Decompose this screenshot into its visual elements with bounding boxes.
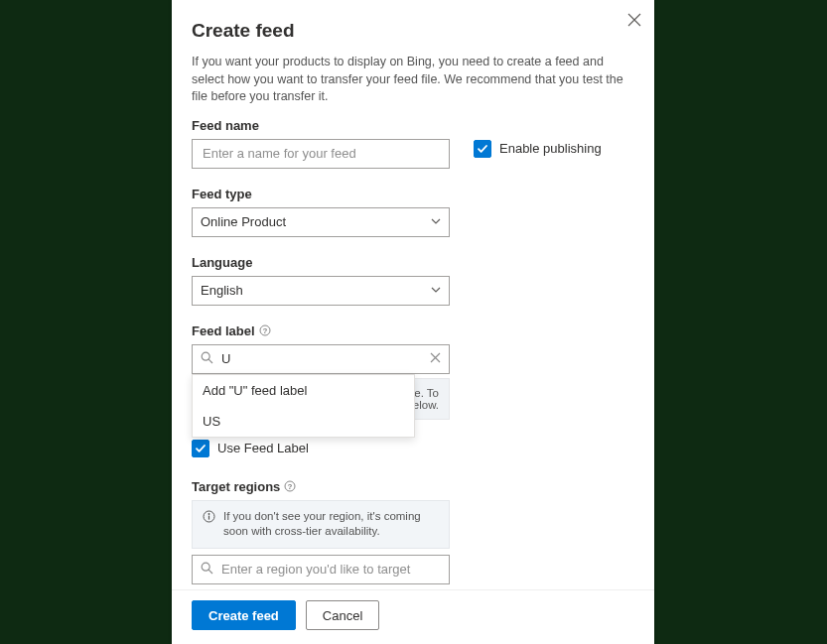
target-regions-info: If you don't see your region, it's comin… <box>192 500 450 549</box>
enable-publishing-label: Enable publishing <box>499 141 602 156</box>
panel-title: Create feed <box>192 20 634 42</box>
svg-point-6 <box>208 513 210 515</box>
feed-label-label: Feed label ? <box>192 323 634 338</box>
language-label: Language <box>192 255 634 270</box>
hint-line-1: e. To <box>414 387 439 399</box>
enable-publishing-checkbox[interactable] <box>474 140 491 158</box>
use-feed-label-label: Use Feed Label <box>217 441 309 455</box>
dropdown-match-option[interactable]: US <box>193 406 414 437</box>
hint-line-2: elow. <box>413 399 439 411</box>
feed-label-combobox[interactable] <box>192 344 450 374</box>
feed-label-text: Feed label <box>192 323 255 338</box>
panel-description: If you want your products to display on … <box>192 54 634 106</box>
clear-icon[interactable] <box>430 351 441 366</box>
chevron-down-icon <box>431 214 441 229</box>
cancel-button[interactable]: Cancel <box>306 600 379 630</box>
info-icon <box>203 510 215 540</box>
feed-name-label: Feed name <box>192 118 450 133</box>
svg-point-8 <box>202 563 209 571</box>
feed-label-input[interactable] <box>219 350 430 367</box>
svg-text:?: ? <box>262 326 267 335</box>
target-regions-label: Target regions ? <box>192 479 634 494</box>
target-regions-text: Target regions <box>192 479 280 494</box>
use-feed-label-checkbox[interactable] <box>192 440 209 457</box>
language-select[interactable]: English <box>192 276 450 306</box>
chevron-down-icon <box>431 283 441 298</box>
target-regions-info-text: If you don't see your region, it's comin… <box>223 509 439 540</box>
dropdown-add-option[interactable]: Add "U" feed label <box>193 375 414 406</box>
feed-name-input[interactable] <box>201 145 441 162</box>
language-value: English <box>201 283 243 298</box>
feed-type-label: Feed type <box>192 187 634 201</box>
help-icon[interactable]: ? <box>284 480 296 492</box>
panel-footer: Create feed Cancel <box>172 589 654 644</box>
feed-label-dropdown: Add "U" feed label US <box>192 374 415 438</box>
svg-point-2 <box>202 352 209 360</box>
search-icon <box>201 562 213 578</box>
target-regions-input[interactable] <box>219 561 441 578</box>
feed-type-value: Online Product <box>201 214 286 229</box>
search-icon <box>201 351 213 367</box>
create-feed-button[interactable]: Create feed <box>192 600 296 630</box>
feed-type-select[interactable]: Online Product <box>192 207 450 237</box>
target-regions-input-wrap <box>192 555 450 584</box>
create-feed-panel: Create feed If you want your products to… <box>172 0 654 644</box>
svg-rect-7 <box>208 515 209 519</box>
help-icon[interactable]: ? <box>259 324 271 336</box>
svg-text:?: ? <box>288 482 293 491</box>
feed-name-input-wrap <box>192 139 450 169</box>
